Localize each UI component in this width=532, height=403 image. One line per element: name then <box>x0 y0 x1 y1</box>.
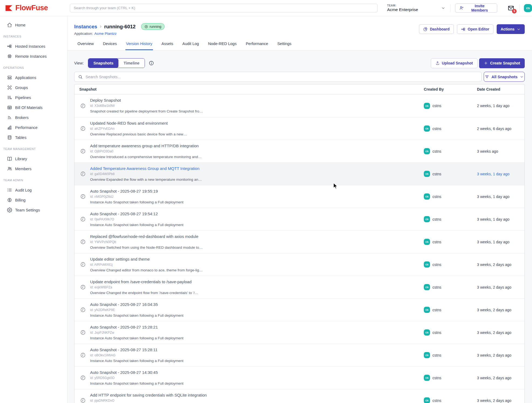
tab-performance[interactable]: Performance <box>245 42 269 50</box>
create-snapshot-button[interactable]: Create Snapshot <box>479 58 525 68</box>
sidebar-item-team-settings[interactable]: Team Settings <box>0 205 67 215</box>
snapshot-row[interactable]: Added Temperature Awareness Group and MQ… <box>74 162 524 185</box>
snapshot-row[interactable]: Update editor settings and theme id: AlR… <box>74 253 524 276</box>
snapshot-row[interactable]: Add HTTP endpoint for saving credentials… <box>74 389 524 403</box>
snapshot-description: Overview Switched from using the Node-RE… <box>90 245 203 250</box>
sidebar-item-members[interactable]: Members <box>0 164 67 174</box>
clock-icon <box>80 330 86 335</box>
snapshot-id: id: y5RD5Ggk0O <box>90 376 183 380</box>
snapshot-row[interactable]: Auto Snapshot - 2025-08-27 15:28:11 id: … <box>74 344 524 366</box>
snapshot-id: id: YWVPzN0PQb <box>90 240 203 244</box>
upload-snapshot-label: Upload Snapshot <box>442 61 473 65</box>
snapshot-row[interactable]: Add temperature awareness group and HTTP… <box>74 140 524 162</box>
sidebar-item-pipelines[interactable]: Pipelines <box>0 93 67 103</box>
tab-assets[interactable]: Assets <box>161 42 174 50</box>
clock-icon <box>80 352 86 358</box>
sidebar-item-hosted-instances[interactable]: Hosted Instances <box>0 41 67 51</box>
funnel-icon <box>485 75 489 79</box>
open-editor-button[interactable]: Open Editor <box>457 24 493 34</box>
snapshot-row[interactable]: Auto Snapshot - 2025-08-27 19:54:12 id: … <box>74 208 524 230</box>
snapshot-id: id: X3o6Bw1k9W <box>90 104 203 108</box>
sidebar-item-label: Performance <box>15 125 37 130</box>
clock-icon <box>80 262 86 267</box>
tab-settings[interactable]: Settings <box>277 42 292 50</box>
tab-overview[interactable]: Overview <box>77 42 94 50</box>
snapshot-id: id: OjBPrO3Da0 <box>90 149 202 153</box>
user-avatar[interactable]: cs <box>524 4 532 12</box>
invite-members-button[interactable]: Invite Members <box>455 4 497 13</box>
snapshot-id: id: aKZPYvEDAn <box>90 127 187 131</box>
clock-icon <box>80 171 86 177</box>
upload-snapshot-button[interactable]: Upload Snapshot <box>431 58 478 68</box>
snapshot-row[interactable]: Auto Snapshot - 2025-08-27 14:30:45 id: … <box>74 366 524 389</box>
upload-icon <box>435 61 440 65</box>
actions-label: Actions <box>501 27 514 31</box>
notifications-button[interactable]: 5 <box>507 5 514 12</box>
sidebar-item-bill-of-materials[interactable]: Bill Of Materials <box>0 103 67 112</box>
sidebar-item-audit-log[interactable]: Audit Log <box>0 185 67 195</box>
tab-version-history[interactable]: Version History <box>125 42 153 50</box>
clock-icon <box>80 398 86 403</box>
person-plus-icon <box>459 6 464 10</box>
chevron-down-icon <box>441 6 445 10</box>
main-content: Instances › running-6012 running Applica… <box>67 16 532 403</box>
sidebar-item-billing[interactable]: Billing <box>0 195 67 205</box>
snapshot-row[interactable]: Auto Snapshot - 2025-08-27 16:04:35 id: … <box>74 298 524 321</box>
author-name: cstns <box>432 353 441 357</box>
clock-icon <box>80 307 86 313</box>
snapshot-row[interactable]: Updated Node-RED flows and environment i… <box>74 117 524 140</box>
book-icon <box>7 156 12 161</box>
sidebar-item-library[interactable]: Library <box>0 154 67 164</box>
tab-audit-log[interactable]: Audit Log <box>182 42 199 50</box>
sidebar-item-performance[interactable]: Performance <box>0 122 67 132</box>
tab-node-red-logs[interactable]: Node-RED Logs <box>207 42 237 50</box>
application-link[interactable]: Acme Plantzz <box>94 32 117 36</box>
table-body: Deploy Snapshot id: X3o6Bw1k9W Snapshot … <box>74 94 524 403</box>
chevron-down-icon <box>520 75 524 79</box>
sidebar-item-tables[interactable]: Tables <box>0 132 67 142</box>
sidebar-item-brokers[interactable]: Brokers <box>0 112 67 122</box>
snapshot-filter-dropdown[interactable]: All Snapshots <box>484 72 525 82</box>
invite-members-label: Invite Members <box>466 4 493 12</box>
info-icon[interactable] <box>149 60 154 66</box>
flowfuse-logo[interactable]: FlowFuse <box>0 4 67 12</box>
team-switcher[interactable]: TEAM: Acme Enterprise <box>387 4 445 12</box>
team-search-input[interactable]: Search through your team (CTRL + K) <box>70 4 378 12</box>
clock-icon <box>80 239 86 245</box>
sidebar-item-remote-instances[interactable]: Remote Instances <box>0 51 67 61</box>
breadcrumb-instances-link[interactable]: Instances <box>74 24 97 30</box>
author-name: cstns <box>432 104 441 108</box>
author-avatar: cs <box>424 239 430 245</box>
breadcrumb-instance-name: running-6012 <box>104 24 135 30</box>
snapshots-table: Snapshot Created By Date Created Deploy … <box>74 84 525 403</box>
snapshot-row[interactable]: Auto Snapshot - 2025-08-27 15:28:21 id: … <box>74 321 524 344</box>
author-name: cstns <box>432 330 441 335</box>
dashboard-button[interactable]: Dashboard <box>419 24 453 34</box>
view-toggle-snapshots[interactable]: Snapshots <box>88 59 118 68</box>
snapshot-description: Overview Changed editor from monaco to a… <box>90 268 203 272</box>
applications-icon <box>7 75 12 80</box>
sidebar-item-home[interactable]: Home <box>0 20 67 30</box>
sidebar-item-label: Hosted Instances <box>15 44 45 49</box>
header-actions: Dashboard Open Editor Actions <box>419 24 525 34</box>
status-badge: running <box>141 23 165 30</box>
date-created: 3 weeks, 2 days ago <box>477 330 524 335</box>
tab-devices[interactable]: Devices <box>102 42 117 50</box>
editor-nodes-icon <box>461 27 466 32</box>
date-created: 2 weeks, 1 day ago <box>477 104 524 108</box>
search-snapshots-input[interactable]: Search Snapshots... <box>74 72 482 82</box>
sidebar-item-label: Members <box>15 167 31 171</box>
snapshot-title: Auto Snapshot - 2025-08-27 15:28:11 <box>90 347 183 352</box>
actions-button[interactable]: Actions <box>497 24 525 34</box>
snapshot-row[interactable]: Deploy Snapshot id: X3o6Bw1k9W Snapshot … <box>74 94 524 117</box>
date-created: 2 weeks, 6 days ago <box>477 127 524 131</box>
team-search-placeholder: Search through your team (CTRL + K) <box>74 6 135 10</box>
snapshot-title: Add HTTP endpoint for saving credentials… <box>90 393 207 397</box>
snapshot-row[interactable]: Update endpoint from /save-credentials t… <box>74 276 524 298</box>
sidebar-item-applications[interactable]: Applications <box>0 73 67 83</box>
snapshot-row[interactable]: Replaced @flowfuse/node-red-dashboard wi… <box>74 230 524 253</box>
view-toggle-timeline[interactable]: Timeline <box>118 59 145 68</box>
sidebar-item-groups[interactable]: Groups <box>0 83 67 93</box>
snapshot-row[interactable]: Auto Snapshot - 2025-08-27 19:55:19 id: … <box>74 185 524 208</box>
broadcast-icon <box>7 115 12 120</box>
